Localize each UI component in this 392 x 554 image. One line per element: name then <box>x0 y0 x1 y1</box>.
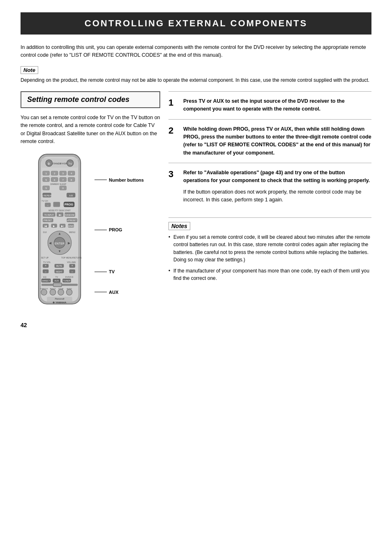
svg-text:A-B: A-B <box>69 194 73 197</box>
svg-text:6: 6 <box>54 178 55 181</box>
svg-text:RANDOM: RANDOM <box>65 214 74 216</box>
svg-text:|◀: |◀ <box>44 224 47 227</box>
svg-text:+PRESET: +PRESET <box>67 219 77 222</box>
remote-svg: STANDBY/ON ⏻ TV 1 2 3 4 5 <box>29 152 90 308</box>
svg-text:TV: TV <box>55 276 58 278</box>
step-3-content: Refer to "Available operations" (page 43… <box>183 169 371 204</box>
svg-text:TV: TV <box>68 162 72 166</box>
note-item-2: If the manufacturer of your component ha… <box>168 267 371 282</box>
svg-text:+  REPEAT: + REPEAT <box>42 194 52 197</box>
svg-point-100 <box>58 289 64 295</box>
svg-text:MODE  PTY SEEK  START: MODE PTY SEEK START <box>48 210 71 212</box>
svg-text:⊛ YAMAHA: ⊛ YAMAHA <box>53 301 67 304</box>
svg-text:◀: ◀ <box>49 241 52 245</box>
note-label: Note <box>23 67 35 73</box>
svg-text:+: + <box>71 265 73 268</box>
page-number: 42 <box>21 322 371 328</box>
step-1-main-text: Press TV or AUX to set the input source … <box>183 98 345 112</box>
svg-text:–: – <box>45 270 46 273</box>
remote-diagram: STANDBY/ON ⏻ TV 1 2 3 4 5 <box>29 152 160 309</box>
svg-text:DIRECT: DIRECT <box>42 280 51 282</box>
svg-text:TV VOL: TV VOL <box>43 261 51 263</box>
step-1-number: 1 <box>168 97 178 113</box>
svg-text:END: END <box>68 224 74 227</box>
notes-box: Notes <box>168 222 190 230</box>
svg-text:TOP MENU/RETURN: TOP MENU/RETURN <box>61 256 82 259</box>
svg-text:TUNER: TUNER <box>63 280 71 282</box>
svg-text:3: 3 <box>62 172 64 175</box>
step-2: 2 While holding down PROG, press TV or A… <box>168 119 371 163</box>
svg-text:VOLUME: VOLUME <box>67 261 76 263</box>
svg-text:⏻: ⏻ <box>48 162 50 165</box>
step-1-content: Press TV or AUX to set the input source … <box>183 97 371 113</box>
svg-text:TV CH: TV CH <box>42 200 48 202</box>
svg-text:AUX: AUX <box>55 280 59 282</box>
note-box: Note <box>21 66 38 74</box>
svg-text:▶: ▶ <box>53 224 55 227</box>
svg-text:5: 5 <box>45 187 47 190</box>
svg-text:MENU: MENU <box>69 231 75 233</box>
svg-text:4: 4 <box>71 172 72 175</box>
step-2-content: While holding down PROG, press TV or AUX… <box>183 125 371 157</box>
svg-text:STANDBY/ON: STANDBY/ON <box>51 162 68 165</box>
svg-text:0: 0 <box>62 187 64 190</box>
svg-text:PROG: PROG <box>65 203 74 207</box>
svg-text:NIGHT: NIGHT <box>56 270 63 273</box>
main-content: Setting remote control codes You can set… <box>21 91 371 310</box>
section-description: You can set a remote control code for TV… <box>21 114 160 146</box>
svg-text:▶: ▶ <box>68 241 71 245</box>
intro-paragraph: In addition to controlling this unit, yo… <box>21 44 371 60</box>
step-3-main-text: Refer to "Available operations" (page 43… <box>183 170 370 183</box>
svg-text:DIMMER  SLEEP: DIMMER SLEEP <box>51 183 67 185</box>
step-2-main-text: While holding down PROG, press TV or AUX… <box>183 126 371 156</box>
page-title: CONTROLLING EXTERNAL COMPONENTS <box>21 12 371 35</box>
note-item-1: Even if you set a remote control code, i… <box>168 233 371 264</box>
svg-text:7: 7 <box>62 178 64 181</box>
svg-text:–: – <box>71 270 73 273</box>
svg-text:PRESET: PRESET <box>44 219 52 222</box>
step-1: 1 Press TV or AUX to set the input sourc… <box>168 91 371 119</box>
prog-label: PROG <box>95 227 144 232</box>
svg-text:2: 2 <box>54 172 55 175</box>
tv-label: TV <box>95 269 144 274</box>
svg-text:+: + <box>45 265 46 268</box>
svg-rect-38 <box>53 202 60 207</box>
svg-text:8: 8 <box>71 178 72 181</box>
notes-heading: Notes <box>171 223 187 229</box>
number-buttons-label: Number buttons <box>95 178 144 182</box>
right-column: 1 Press TV or AUX to set the input sourc… <box>168 91 371 286</box>
note-text: Depending on the product, the remote con… <box>21 76 371 84</box>
svg-text:ENTER: ENTER <box>55 242 65 245</box>
svg-text:▼: ▼ <box>58 250 61 254</box>
step-2-number: 2 <box>168 125 178 157</box>
section-heading: Setting remote control codes <box>21 91 160 108</box>
svg-text:▶|: ▶| <box>61 224 64 227</box>
svg-point-101 <box>66 289 72 295</box>
svg-text:▲: ▲ <box>58 232 61 236</box>
svg-rect-93 <box>53 283 62 287</box>
svg-text:GUI: GUI <box>43 231 46 233</box>
aux-label: AUX <box>95 290 144 295</box>
remote-image: STANDBY/ON ⏻ TV 1 2 3 4 5 <box>29 152 90 309</box>
svg-text:⏭: ⏭ <box>59 213 61 216</box>
svg-text:–: – <box>47 204 49 207</box>
step-3-sub-text: If the button operation does not work pr… <box>183 188 371 204</box>
step-3: 3 Refer to "Available operations" (page … <box>168 163 371 210</box>
svg-text:SET UP: SET UP <box>41 256 49 259</box>
svg-text:5: 5 <box>45 178 47 181</box>
notes-section: Notes Even if you set a remote control c… <box>168 217 371 283</box>
svg-text:DVD/CD: DVD/CD <box>65 276 74 278</box>
svg-text:1: 1 <box>45 172 47 175</box>
step-3-number: 3 <box>168 169 178 204</box>
notes-list: Even if you set a remote control code, i… <box>168 233 371 283</box>
svg-text:TV INPUT: TV INPUT <box>44 214 54 216</box>
svg-point-99 <box>50 289 55 295</box>
left-column: Setting remote control codes You can set… <box>21 91 160 310</box>
svg-text:EQ: EQ <box>43 276 46 278</box>
svg-point-98 <box>41 289 47 295</box>
svg-text:Pianocraft: Pianocraft <box>55 298 65 300</box>
svg-text:MUTE: MUTE <box>56 265 62 268</box>
